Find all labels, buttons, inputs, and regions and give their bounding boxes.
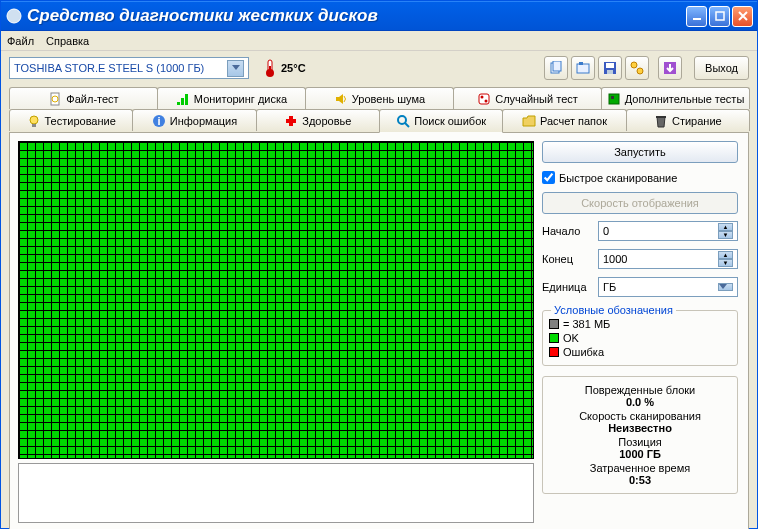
legend-group: Условные обозначения = 381 МБ OK Ошибка: [542, 310, 738, 366]
start-label: Начало: [542, 225, 594, 237]
svg-point-26: [30, 116, 38, 124]
tab-info[interactable]: iИнформация: [132, 109, 256, 131]
magnifier-icon: [396, 114, 410, 128]
svg-rect-11: [606, 63, 614, 68]
tab-disk-monitor[interactable]: Мониторинг диска: [157, 87, 306, 109]
svg-point-32: [398, 116, 406, 124]
svg-rect-1: [693, 18, 701, 20]
tool-save-button[interactable]: [598, 56, 622, 80]
legend-err-icon: [549, 347, 559, 357]
titlebar: Средство диагностики жестких дисков: [1, 1, 757, 31]
health-icon: [284, 114, 298, 128]
dice-icon: [477, 92, 491, 106]
menu-help[interactable]: Справка: [46, 35, 89, 47]
tool-download-button[interactable]: [658, 56, 682, 80]
tool-screenshot-button[interactable]: [571, 56, 595, 80]
svg-point-0: [7, 9, 21, 23]
svg-rect-34: [656, 116, 666, 118]
svg-rect-20: [185, 94, 188, 105]
minimize-button[interactable]: [686, 6, 707, 27]
thermometer-icon: [263, 58, 277, 78]
end-label: Конец: [542, 253, 594, 265]
quick-scan-input[interactable]: [542, 171, 555, 184]
svg-rect-31: [286, 119, 296, 123]
maximize-button[interactable]: [709, 6, 730, 27]
bulb-icon: [27, 114, 41, 128]
window-title: Средство диагностики жестких дисков: [23, 6, 686, 26]
dropdown-icon[interactable]: [227, 60, 244, 77]
trash-icon: [654, 114, 668, 128]
scan-grid: [18, 141, 534, 459]
legend-block-icon: [549, 319, 559, 329]
tab-file-test[interactable]: Файл-тест: [9, 87, 158, 109]
info-icon: i: [152, 114, 166, 128]
svg-rect-25: [611, 96, 614, 99]
tab-error-scan[interactable]: Поиск ошибок: [379, 109, 503, 133]
tool-copy-button[interactable]: [544, 56, 568, 80]
svg-rect-27: [32, 124, 36, 127]
tab-erase[interactable]: Стирание: [626, 109, 750, 131]
temperature-display: 25°C: [263, 58, 306, 78]
stats-group: Поврежденные блоки0.0 % Скорость сканиро…: [542, 376, 738, 494]
menu-file[interactable]: Файл: [7, 35, 34, 47]
unit-label: Единица: [542, 281, 594, 293]
tab-noise[interactable]: Уровень шума: [305, 87, 454, 109]
drive-select[interactable]: TOSHIBA STOR.E STEEL S (1000 ГБ): [9, 57, 249, 79]
svg-rect-8: [577, 64, 589, 73]
monitor-icon: [176, 92, 190, 106]
quick-scan-checkbox[interactable]: Быстрое сканирование: [542, 169, 738, 186]
start-spinner[interactable]: 0▲▼: [598, 221, 738, 241]
svg-rect-21: [479, 94, 489, 104]
drive-select-value: TOSHIBA STOR.E STEEL S (1000 ГБ): [14, 62, 204, 74]
svg-rect-5: [269, 66, 271, 73]
tab-extra-tests[interactable]: Дополнительные тесты: [601, 87, 750, 109]
menubar: Файл Справка: [1, 31, 757, 51]
app-icon: [5, 7, 23, 25]
tab-health[interactable]: Здоровье: [256, 109, 380, 131]
temperature-value: 25°C: [281, 62, 306, 74]
svg-point-22: [481, 95, 484, 98]
tab-testing[interactable]: Тестирование: [9, 109, 133, 131]
exit-button[interactable]: Выход: [694, 56, 749, 80]
end-spinner[interactable]: 1000▲▼: [598, 249, 738, 269]
speaker-icon: [334, 92, 348, 106]
toolbar: TOSHIBA STOR.E STEEL S (1000 ГБ) 25°C Вы…: [1, 51, 757, 85]
svg-rect-9: [579, 62, 583, 65]
tab-folder-calc[interactable]: Расчет папок: [502, 109, 626, 131]
log-area: [18, 463, 534, 523]
display-speed-button: Скорость отображения: [542, 192, 738, 214]
svg-text:i: i: [157, 115, 160, 127]
tool-settings-button[interactable]: [625, 56, 649, 80]
svg-rect-18: [177, 102, 180, 105]
close-button[interactable]: [732, 6, 753, 27]
svg-rect-2: [716, 12, 724, 20]
legend-ok-icon: [549, 333, 559, 343]
svg-rect-7: [553, 61, 561, 71]
tab-content: Запустить Быстрое сканирование Скорость …: [9, 132, 749, 529]
svg-rect-12: [607, 70, 613, 74]
svg-point-23: [485, 99, 488, 102]
file-test-icon: [48, 92, 62, 106]
svg-point-13: [631, 62, 637, 68]
start-scan-button[interactable]: Запустить: [542, 141, 738, 163]
folder-icon: [522, 114, 536, 128]
chevron-down-icon: [718, 283, 733, 291]
board-icon: [607, 92, 621, 106]
svg-point-14: [637, 68, 643, 74]
tab-random-test[interactable]: Случайный тест: [453, 87, 602, 109]
svg-line-33: [405, 123, 409, 127]
unit-select[interactable]: ГБ: [598, 277, 738, 297]
svg-rect-19: [181, 98, 184, 105]
